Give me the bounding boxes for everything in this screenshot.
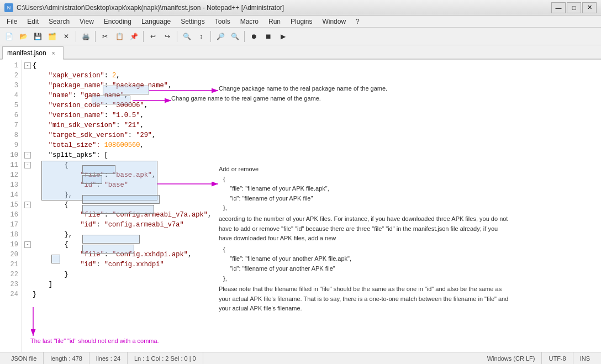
code-content-24: } [33,289,36,299]
menu-encoding[interactable]: Encoding [99,17,136,27]
close-btn[interactable]: ✕ [60,30,73,43]
title-bar: N C:\Users\Administrator\Desktop\xapk\xa… [0,0,601,15]
menu-view[interactable]: View [75,17,98,27]
print-btn[interactable]: 🖨️ [79,30,92,43]
menu-help[interactable]: ? [351,17,364,27]
code-content-14: }, [33,190,72,200]
code-content-23: ] [33,279,52,289]
code-line-3: "package_name": "package name", [24,81,599,91]
menu-settings[interactable]: Settings [176,17,209,27]
app-icon: N [4,3,13,12]
fold-button-15[interactable]: - [24,202,31,208]
code-content-17: "id": "config.armeabi_v7a" [33,220,184,230]
menu-tools[interactable]: Tools [210,17,235,27]
tab-label: manifest.json [7,49,46,57]
tab-bar: manifest.json × [0,45,601,60]
code-content-7: "min_sdk_version": "21", [33,120,144,130]
menu-edit[interactable]: Edit [23,17,43,27]
tab-close-button[interactable]: × [50,49,57,57]
new-btn[interactable]: 📄 [2,30,15,43]
open-btn[interactable]: 📂 [17,30,30,43]
undo-btn[interactable]: ↩ [146,30,160,43]
fold-button-10[interactable]: - [24,152,31,159]
code-line-15: - { [24,200,599,210]
code-line-12: "file": "base.apk", [24,170,599,180]
window-controls[interactable]: — □ ✕ [551,2,597,13]
code-line-16: "file": "config.armeabi_v7a.apk", [24,210,599,220]
window-title: C:\Users\Administrator\Desktop\xapk\xapk… [17,4,284,12]
code-content-15: { [33,200,68,210]
cut-btn[interactable]: ✂ [98,30,112,43]
code-line-6: "version_name": "1.0.5", [24,110,599,120]
paste-btn[interactable]: 📌 [127,30,140,43]
code-content-16: "file": "config.armeabi_v7a.apk", [33,210,212,220]
tab-manifest[interactable]: manifest.json × [2,46,64,60]
zoom-out-btn[interactable]: 🔍 [228,30,241,43]
code-content-2: "xapk_version": 2, [33,71,120,81]
code-content-12: "file": "base.apk", [33,170,156,180]
macro-record-btn[interactable]: ⏺ [247,30,261,43]
code-line-17: "id": "config.armeabi_v7a" [24,220,599,230]
code-line-24: } [24,289,599,299]
code-line-18: }, [24,230,599,240]
code-content-13: "id": "base" [33,180,128,190]
code-content-3: "package_name": "package name", [33,81,172,91]
separator-5 [210,31,211,42]
code-content-22: } [33,270,68,279]
code-line-21: "id": "config.xxhdpi" [24,260,599,270]
fold-button-1[interactable]: - [24,62,31,69]
save-all-btn[interactable]: 🗂️ [45,30,59,43]
replace-btn[interactable]: ↕ [194,30,208,43]
minimize-button[interactable]: — [551,2,566,13]
status-file-type: JSON file [4,352,44,364]
close-button[interactable]: ✕ [582,2,597,13]
status-lines: lines : 24 [89,352,128,364]
code-line-14: }, [24,190,599,200]
code-line-19: - { [24,240,599,250]
code-content-11: { [33,160,68,170]
code-line-11: - { [24,160,599,170]
code-line-23: ] [24,279,599,289]
redo-btn[interactable]: ↪ [161,30,174,43]
fold-button-11[interactable]: - [24,162,31,168]
maximize-button[interactable]: □ [567,2,581,13]
title-bar-left: N C:\Users\Administrator\Desktop\xapk\xa… [4,3,284,12]
code-content-20: "file": "config.xxhdpi.apk", [33,250,192,260]
code-line-9: "total_size": 108600560, [24,140,599,150]
code-content-10: "split_apks": [ [33,150,108,160]
separator-4 [177,31,177,42]
code-line-20: "file": "config.xxhdpi.apk", [24,250,599,260]
code-line-8: "target_sdk_version": "29", [24,130,599,140]
macro-play-btn[interactable]: ▶ [276,30,289,43]
fold-button-19[interactable]: - [24,241,31,248]
status-length: length : 478 [44,352,89,364]
code-line-2: "xapk_version": 2, [24,71,599,81]
code-editor[interactable]: -{ "xapk_version": 2, "package_name": "p… [22,60,601,352]
menu-bar: File Edit Search View Encoding Language … [0,15,601,28]
code-line-13: "id": "base" [24,180,599,190]
editor-container: 123456789101112131415161718192021222324 … [0,60,601,352]
menu-run[interactable]: Run [264,17,285,27]
menu-search[interactable]: Search [44,17,74,27]
zoom-in-btn[interactable]: 🔎 [214,30,227,43]
copy-btn[interactable]: 📋 [113,30,126,43]
code-content-9: "total_size": 108600560, [33,140,144,150]
status-insert-mode: INS [573,352,597,364]
menu-window[interactable]: Window [318,17,350,27]
toolbar: 📄 📂 💾 🗂️ ✕ 🖨️ ✂ 📋 📌 ↩ ↪ 🔍 ↕ 🔎 🔍 ⏺ ⏹ ▶ [0,28,601,45]
separator-1 [76,31,76,42]
code-line-22: } [24,270,599,279]
macro-stop-btn[interactable]: ⏹ [262,30,275,43]
find-btn[interactable]: 🔍 [180,30,193,43]
menu-macro[interactable]: Macro [236,17,263,27]
menu-file[interactable]: File [2,17,22,27]
menu-plugins[interactable]: Plugins [286,17,317,27]
status-encoding: UTF-8 [542,352,573,364]
save-btn[interactable]: 💾 [31,30,44,43]
status-position: Ln : 1 Col : 2 Sel : 0 | 0 [128,352,203,364]
code-content-5: "version_code": "300006", [33,101,148,110]
code-content-19: { [33,240,68,250]
code-content-8: "target_sdk_version": "29", [33,130,156,140]
menu-language[interactable]: Language [137,17,175,27]
code-content-4: "name": "game name", [33,91,128,101]
